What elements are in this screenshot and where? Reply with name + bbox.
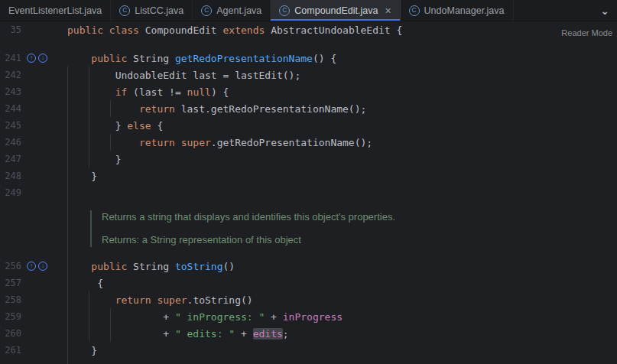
line-number[interactable]: 258	[0, 294, 21, 305]
code-line-256[interactable]: 256↑↓ public String toString()	[0, 258, 617, 275]
sticky-code: public class CompoundEdit extends Abstra…	[61, 24, 402, 36]
code-line-246[interactable]: 246 return super.getRedoPresentationName…	[0, 134, 617, 151]
close-tab-icon[interactable]: ×	[385, 5, 391, 16]
reader-mode-label[interactable]: Reader Mode	[561, 28, 612, 37]
rendered-doc-comment[interactable]: Returns a string that displays and ident…	[90, 210, 617, 247]
code-line-245[interactable]: 245 } else {	[0, 117, 617, 134]
java-class-icon: C	[201, 5, 212, 16]
line-number[interactable]: 248	[0, 171, 21, 181]
indent-guide	[110, 308, 111, 342]
code-line-257[interactable]: 257 {	[0, 275, 617, 291]
line-number[interactable]: 261	[0, 345, 21, 356]
code-text: + " inProgress: " + inProgress	[61, 311, 343, 323]
tab-bar-spacer	[514, 0, 593, 21]
code-lines: 241↑↓ public String getRedoPresentationN…	[0, 50, 617, 359]
gutter: ↑↓	[21, 262, 61, 271]
code-line-247[interactable]: 247 }	[0, 151, 617, 167]
java-class-icon: C	[279, 5, 290, 16]
code-text: UndoableEdit last = lastEdit();	[61, 70, 300, 81]
code-text: if (last != null) {	[61, 86, 229, 98]
code-text: public String toString()	[61, 261, 235, 272]
tab-label: Agent.java	[216, 5, 261, 16]
sticky-class-declaration[interactable]: 35 public class CompoundEdit extends Abs…	[0, 21, 617, 38]
code-line-249[interactable]: 249	[0, 184, 617, 201]
code-line-242[interactable]: 242 UndoableEdit last = lastEdit();	[0, 67, 617, 83]
doc-line: Returns a string that displays and ident…	[102, 210, 617, 224]
tab-UndoManager.java[interactable]: CUndoManager.java	[401, 0, 514, 21]
overridden-method-icon[interactable]: ↓	[38, 262, 47, 271]
line-number[interactable]: 257	[0, 278, 21, 288]
code-text: public String getRedoPresentationName() …	[61, 53, 336, 64]
code-line-260[interactable]: 260 + " edits: " + edits;	[0, 325, 617, 342]
code-line-259[interactable]: 259 + " inProgress: " + inProgress	[0, 308, 617, 325]
line-number[interactable]: 242	[0, 70, 21, 80]
tab-EventListenerList.java[interactable]: EventListenerList.java	[0, 0, 111, 21]
code-text: } else {	[61, 120, 163, 132]
line-number[interactable]: 241	[0, 53, 21, 63]
tab-label: ListCC.java	[135, 5, 183, 16]
line-number[interactable]: 260	[0, 328, 21, 339]
tab-label: UndoManager.java	[424, 5, 505, 16]
code-line-261[interactable]: 261 }	[0, 342, 617, 359]
code-text: return super.getRedoPresentationName();	[61, 137, 372, 148]
tabs: EventListenerList.javaCListCC.javaCAgent…	[0, 0, 514, 21]
line-number[interactable]: 247	[0, 154, 21, 164]
java-class-icon: C	[119, 5, 130, 16]
indent-guide	[89, 291, 89, 342]
line-number[interactable]: 256	[0, 261, 21, 271]
overrides-method-icon[interactable]: ↑	[27, 54, 36, 63]
code-line-244[interactable]: 244 return last.getRedoPresentationName(…	[0, 100, 617, 117]
tab-label: EventListenerList.java	[8, 5, 102, 16]
indent-guide	[110, 134, 111, 151]
tab-bar: EventListenerList.javaCListCC.javaCAgent…	[0, 0, 617, 21]
indent-guide	[110, 100, 111, 117]
java-class-icon: C	[409, 5, 420, 16]
editor[interactable]: 241↑↓ public String getRedoPresentationN…	[0, 38, 617, 359]
tab-ListCC.java[interactable]: CListCC.java	[111, 0, 193, 21]
indent-guide	[89, 67, 89, 167]
tab-overflow-chevron-icon[interactable]: ⌄	[593, 0, 617, 21]
line-number[interactable]: 244	[0, 103, 21, 114]
code-text: return last.getRedoPresentationName();	[61, 103, 366, 115]
code-line-258[interactable]: 258 return super.toString()	[0, 291, 617, 308]
overridden-method-icon[interactable]: ↓	[38, 54, 47, 63]
overrides-method-icon[interactable]: ↑	[27, 262, 36, 271]
indent-guide	[67, 67, 68, 364]
code-text: + " edits: " + edits;	[61, 328, 289, 340]
tab-CompoundEdit.java[interactable]: CCompoundEdit.java×	[271, 0, 400, 21]
line-number[interactable]: 246	[0, 137, 21, 148]
code-text: }	[61, 154, 121, 165]
code-text: return super.toString()	[61, 294, 253, 306]
line-number[interactable]: 243	[0, 86, 21, 97]
line-number[interactable]: 259	[0, 311, 21, 322]
tab-Agent.java[interactable]: CAgent.java	[193, 0, 271, 21]
code-line-241[interactable]: 241↑↓ public String getRedoPresentationN…	[0, 50, 617, 67]
code-line-243[interactable]: 243 if (last != null) {	[0, 83, 617, 100]
gutter: ↑↓	[21, 54, 61, 63]
code-line-248[interactable]: 248 }	[0, 167, 617, 184]
line-number: 35	[0, 24, 21, 35]
doc-line: Returns: a String representation of this…	[102, 233, 617, 247]
tab-label: CompoundEdit.java	[294, 5, 378, 16]
line-number[interactable]: 245	[0, 120, 21, 131]
line-number[interactable]: 249	[0, 187, 21, 198]
